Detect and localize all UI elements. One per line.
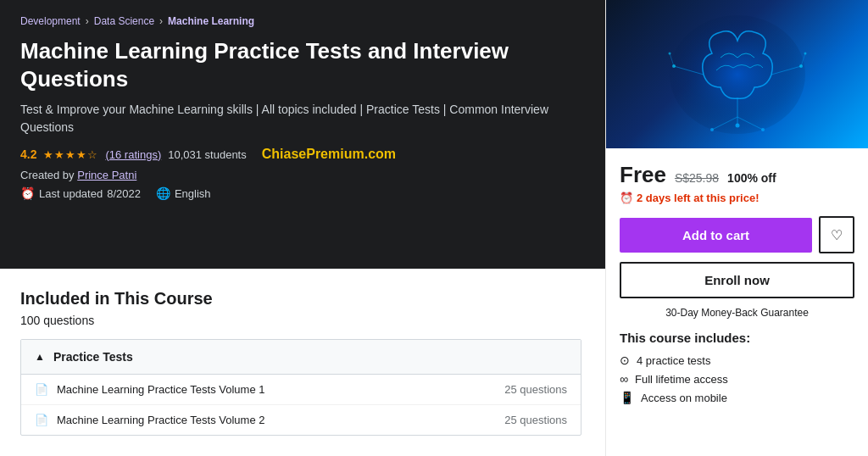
item-name-1: Machine Learning Practice Tests Volume 1	[57, 383, 264, 396]
rating-row: 4.2 ★★★★☆ (16 ratings) 10,031 students C…	[20, 147, 585, 162]
wishlist-button[interactable]: ♡	[819, 216, 854, 253]
list-item: 📱 Access on mobile	[620, 391, 854, 404]
svg-point-9	[710, 128, 714, 131]
list-item: ∞ Full lifetime access	[620, 372, 854, 386]
questions-count: 100 questions	[20, 314, 581, 327]
course-subtitle: Test & Improve your Machine Learning ski…	[20, 101, 585, 136]
globe-icon: 🌐	[156, 186, 170, 200]
ratings-count[interactable]: (16 ratings)	[105, 148, 161, 161]
students-count: 10,031 students	[168, 148, 247, 161]
language-value: English	[175, 187, 211, 200]
breadcrumb-development[interactable]: Development	[20, 15, 81, 27]
includes-section: This course includes: ⊙ 4 practice tests…	[620, 331, 854, 404]
breadcrumb: Development › Data Science › Machine Lea…	[20, 15, 585, 27]
money-back-text: 30-Day Money-Back Guarantee	[620, 307, 854, 319]
item-name-2: Machine Learning Practice Tests Volume 2	[57, 414, 264, 426]
pricing-area: Free S$25.98 100% off ⏰ 2 days left at t…	[606, 148, 868, 418]
last-updated-value: 8/2022	[107, 187, 141, 200]
item-count-2: 25 questions	[504, 414, 567, 426]
free-price: Free	[620, 162, 666, 188]
original-price: S$25.98	[675, 171, 719, 185]
svg-point-14	[804, 52, 806, 54]
practice-tests-icon: ⊙	[620, 353, 630, 367]
practice-tests-text: 4 practice tests	[637, 354, 710, 367]
enroll-now-button[interactable]: Enroll now	[620, 262, 854, 298]
main-content: Included in This Course 100 questions ▲ …	[0, 269, 602, 456]
right-panel: Free S$25.98 100% off ⏰ 2 days left at t…	[605, 0, 868, 456]
file-icon-2: 📄	[35, 414, 48, 426]
includes-title: This course includes:	[620, 331, 854, 345]
mobile-icon: 📱	[620, 391, 634, 404]
language-item: 🌐 English	[156, 186, 211, 200]
section-header[interactable]: ▲ Practice Tests	[21, 340, 581, 375]
lifetime-access-icon: ∞	[620, 372, 628, 386]
rating-number: 4.2	[20, 147, 36, 161]
course-section: ▲ Practice Tests 📄 Machine Learning Prac…	[20, 339, 581, 436]
meta-row: ⏰ Last updated 8/2022 🌐 English	[20, 186, 585, 200]
btn-row: Add to cart ♡	[620, 216, 854, 253]
creator-link[interactable]: Prince Patni	[77, 169, 136, 181]
svg-point-12	[799, 64, 803, 68]
svg-point-10	[761, 128, 765, 131]
price-row: Free S$25.98 100% off	[620, 162, 854, 188]
svg-point-8	[735, 123, 739, 127]
chevron-up-icon: ▲	[35, 351, 45, 363]
brain-svg	[661, 7, 814, 142]
item-count-1: 25 questions	[504, 383, 567, 396]
last-updated-label: Last updated	[39, 187, 103, 200]
included-title: Included in This Course	[20, 289, 581, 309]
course-image	[606, 0, 868, 148]
table-row: 📄 Machine Learning Practice Tests Volume…	[21, 375, 581, 405]
chiase-badge: ChiasePremium.com	[262, 147, 396, 162]
svg-point-13	[668, 52, 670, 54]
file-icon: 📄	[35, 383, 48, 396]
section-name: Practice Tests	[53, 350, 133, 364]
urgency-text: ⏰ 2 days left at this price!	[620, 192, 854, 204]
discount-badge: 100% off	[727, 171, 776, 185]
alarm-icon: ⏰	[620, 192, 633, 204]
mobile-text: Access on mobile	[641, 392, 727, 404]
list-item: ⊙ 4 practice tests	[620, 353, 854, 367]
table-row: 📄 Machine Learning Practice Tests Volume…	[21, 405, 581, 435]
clock-icon: ⏰	[20, 186, 35, 200]
course-title: Machine Learning Practice Tests and Inte…	[20, 37, 585, 92]
add-to-cart-button[interactable]: Add to cart	[620, 218, 812, 253]
heart-icon: ♡	[831, 227, 843, 243]
svg-point-11	[672, 64, 676, 68]
last-updated-item: ⏰ Last updated 8/2022	[20, 186, 141, 200]
star-icons: ★★★★☆	[43, 148, 98, 161]
breadcrumb-data-science[interactable]: Data Science	[94, 15, 154, 27]
lifetime-access-text: Full lifetime access	[635, 373, 728, 386]
breadcrumb-machine-learning: Machine Learning	[168, 15, 254, 27]
creator-row: Created by Prince Patni	[20, 169, 585, 181]
includes-list: ⊙ 4 practice tests ∞ Full lifetime acces…	[620, 353, 854, 404]
